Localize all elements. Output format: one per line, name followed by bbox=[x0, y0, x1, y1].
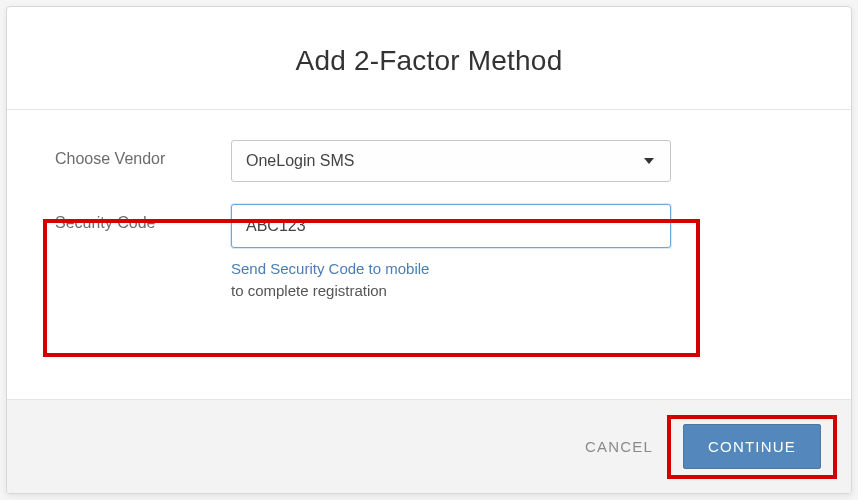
modal-add-2factor: Add 2-Factor Method Choose Vendor OneLog… bbox=[6, 6, 852, 494]
modal-title: Add 2-Factor Method bbox=[27, 45, 831, 77]
vendor-label: Choose Vendor bbox=[55, 140, 231, 168]
vendor-selected-value: OneLogin SMS bbox=[246, 152, 355, 170]
help-plain-text: to complete registration bbox=[231, 282, 387, 299]
cancel-button[interactable]: CANCEL bbox=[577, 426, 661, 467]
vendor-row: Choose Vendor OneLogin SMS bbox=[55, 140, 803, 182]
security-code-label: Security Code bbox=[55, 204, 231, 232]
security-code-row: Security Code Send Security Code to mobi… bbox=[55, 204, 803, 302]
modal-header: Add 2-Factor Method bbox=[7, 7, 851, 110]
modal-body: Choose Vendor OneLogin SMS Security Code… bbox=[7, 110, 851, 399]
modal-footer: CANCEL CONTINUE bbox=[7, 399, 851, 493]
security-code-help: Send Security Code to mobile to complete… bbox=[231, 258, 671, 302]
chevron-down-icon bbox=[644, 158, 654, 164]
vendor-select[interactable]: OneLogin SMS bbox=[231, 140, 671, 182]
send-code-link[interactable]: Send Security Code to mobile bbox=[231, 260, 429, 277]
continue-button[interactable]: CONTINUE bbox=[683, 424, 821, 469]
security-code-input[interactable] bbox=[231, 204, 671, 248]
security-code-control-wrap: Send Security Code to mobile to complete… bbox=[231, 204, 671, 302]
vendor-control-wrap: OneLogin SMS bbox=[231, 140, 671, 182]
